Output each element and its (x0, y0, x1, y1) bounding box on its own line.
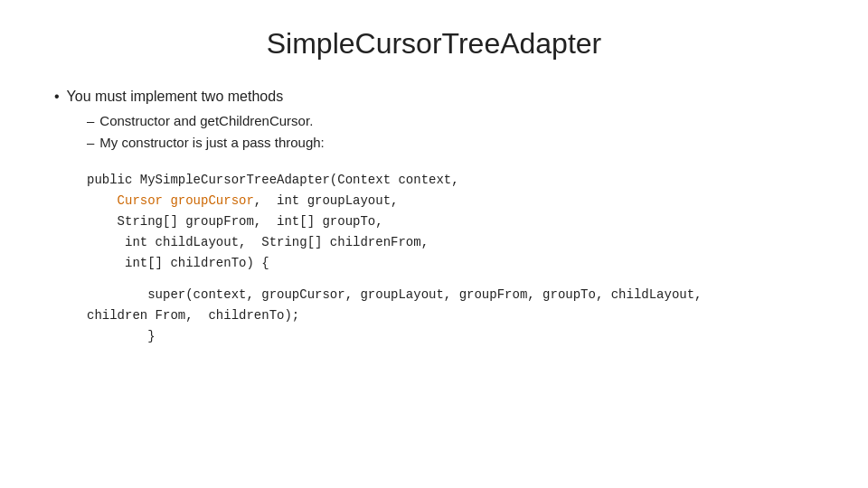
super-block: super(context, groupCursor, groupLayout,… (87, 285, 814, 347)
code-block: public MySimpleCursorTreeAdapter(Context… (87, 170, 814, 274)
code-line-3: String[] groupFrom, int[] groupTo, (87, 211, 814, 232)
sub-bullets: – Constructor and getChildrenCursor. – M… (87, 110, 814, 154)
code-cursor-orange: Cursor groupCursor (118, 193, 254, 208)
super-line-2: children From, childrenTo); (87, 305, 814, 326)
code-line-4: int childLayout, String[] childrenFrom, (87, 232, 814, 253)
sub-bullet-1-text: Constructor and getChildrenCursor. (99, 110, 313, 132)
super-line-3: } (87, 326, 814, 347)
code-line-2: Cursor groupCursor, int groupLayout, (87, 191, 814, 211)
sub-dash-2: – (87, 132, 94, 154)
code-line-2-post: , int groupLayout, (254, 193, 399, 208)
sub-dash-1: – (87, 110, 94, 132)
sub-bullet-2-text: My constructor is just a pass through: (99, 132, 324, 154)
slide: SimpleCursorTreeAdapter • You must imple… (0, 0, 868, 488)
sub-bullet-1: – Constructor and getChildrenCursor. (87, 110, 814, 132)
main-bullet-text: You must implement two methods (67, 86, 284, 108)
code-line-2-pre (87, 193, 118, 208)
slide-content: • You must implement two methods – Const… (54, 86, 814, 348)
slide-title: SimpleCursorTreeAdapter (54, 27, 814, 61)
bullet-dot: • (54, 86, 60, 108)
code-line-5: int[] childrenTo) { (87, 253, 814, 274)
super-line-1: super(context, groupCursor, groupLayout,… (87, 285, 814, 305)
sub-bullet-2: – My constructor is just a pass through: (87, 132, 814, 154)
main-bullet: • You must implement two methods (54, 86, 814, 108)
code-line-1: public MySimpleCursorTreeAdapter(Context… (87, 170, 814, 191)
